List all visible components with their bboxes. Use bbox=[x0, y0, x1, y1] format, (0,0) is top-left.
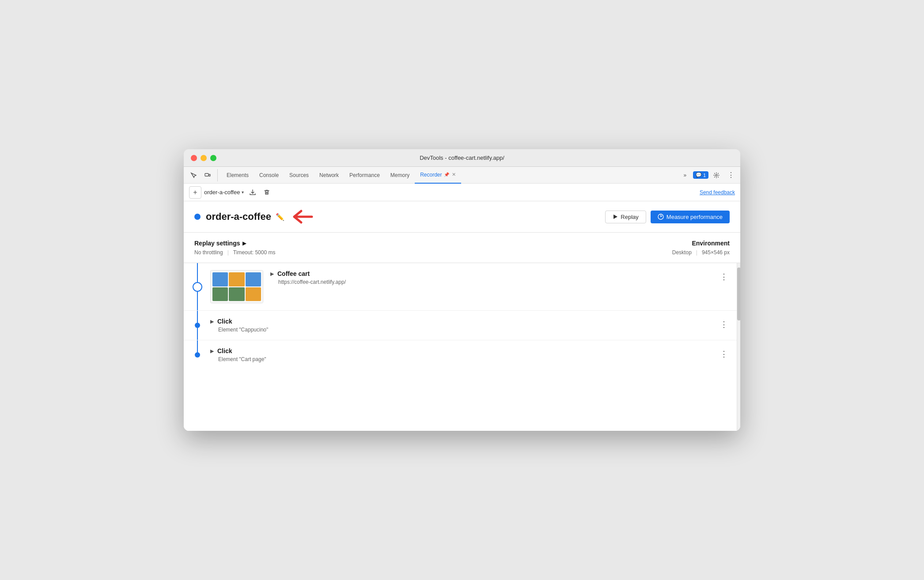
performance-icon bbox=[658, 214, 664, 220]
plus-icon: + bbox=[193, 188, 197, 196]
environment-details: Desktop | 945×546 px bbox=[672, 249, 730, 256]
maximize-button[interactable] bbox=[210, 155, 216, 161]
step-item: ▶ Coffee cart https://coffee-cart.netlif… bbox=[184, 263, 737, 311]
chat-icon: 💬 bbox=[696, 172, 702, 178]
settings-divider: | bbox=[227, 249, 229, 256]
recording-status-dot bbox=[194, 214, 201, 220]
step-item: ▶ Click Element "Cappucino" ⋮ bbox=[184, 311, 737, 340]
settings-icon[interactable] bbox=[710, 169, 723, 181]
measure-performance-button[interactable]: Measure performance bbox=[651, 211, 730, 223]
tab-close-icon[interactable]: ✕ bbox=[452, 172, 456, 177]
recording-selector[interactable]: order-a-coffee ▾ bbox=[204, 189, 244, 196]
svg-point-2 bbox=[716, 174, 717, 176]
device-toolbar-icon[interactable] bbox=[201, 169, 214, 181]
devtools-window: DevTools - coffee-cart.netlify.app/ bbox=[184, 149, 740, 431]
step-subtitle: https://coffee-cart.netlify.app/ bbox=[278, 279, 718, 285]
step-content: ▶ Click Element "Cart page" bbox=[210, 347, 718, 362]
pin-icon: 📌 bbox=[444, 172, 449, 177]
more-tabs-icon[interactable]: » bbox=[679, 169, 691, 181]
chevron-down-icon: ▾ bbox=[242, 190, 244, 195]
tab-memory[interactable]: Memory bbox=[385, 167, 415, 184]
step-menu-button[interactable]: ⋮ bbox=[718, 270, 730, 283]
step-content: ▶ Coffee cart https://coffee-cart.netlif… bbox=[270, 270, 718, 285]
step-title: Coffee cart bbox=[277, 270, 310, 277]
tab-performance[interactable]: Performance bbox=[344, 167, 385, 184]
step-menu-button[interactable]: ⋮ bbox=[718, 318, 730, 331]
replay-settings-title: Replay settings ▶ bbox=[194, 240, 275, 247]
environment-title: Environment bbox=[672, 240, 730, 247]
scrollbar-thumb[interactable] bbox=[737, 267, 740, 320]
recording-title: order-a-coffee bbox=[206, 211, 271, 222]
toolbar: + order-a-coffee ▾ Send feedback bbox=[184, 184, 740, 201]
send-feedback-link[interactable]: Send feedback bbox=[700, 189, 735, 196]
minimize-button[interactable] bbox=[201, 155, 207, 161]
svg-marker-3 bbox=[613, 215, 617, 219]
play-icon bbox=[613, 214, 618, 219]
step-header: ▶ Click bbox=[210, 318, 718, 325]
tab-console[interactable]: Console bbox=[254, 167, 284, 184]
expand-icon[interactable]: ▶ bbox=[270, 271, 274, 277]
step-item: ▶ Click Element "Cart page" ⋮ bbox=[184, 340, 737, 369]
svg-rect-1 bbox=[209, 174, 210, 176]
step-thumbnail bbox=[210, 270, 263, 303]
step-subtitle: Element "Cart page" bbox=[218, 356, 718, 362]
notification-badge[interactable]: 💬 1 bbox=[693, 171, 708, 179]
close-button[interactable] bbox=[191, 155, 197, 161]
step-content: ▶ Click Element "Cappucino" bbox=[210, 318, 718, 333]
red-arrow-annotation bbox=[291, 208, 314, 225]
title-bar: DevTools - coffee-cart.netlify.app/ bbox=[184, 149, 740, 167]
delete-recording-button[interactable] bbox=[261, 186, 273, 199]
header-actions: Replay Measure performance bbox=[605, 211, 730, 223]
devtools-content: Elements Console Sources Network Perform… bbox=[184, 167, 740, 431]
settings-bar: Replay settings ▶ No throttling | Timeou… bbox=[184, 233, 740, 263]
step-menu-button[interactable]: ⋮ bbox=[718, 347, 730, 361]
tab-elements[interactable]: Elements bbox=[221, 167, 254, 184]
window-title: DevTools - coffee-cart.netlify.app/ bbox=[420, 154, 504, 161]
step-title: Click bbox=[217, 318, 232, 325]
recording-name: order-a-coffee bbox=[204, 189, 240, 196]
scrollbar-track bbox=[737, 263, 740, 431]
env-divider: | bbox=[696, 249, 697, 256]
step-header: ▶ Coffee cart bbox=[270, 270, 718, 277]
tab-sources[interactable]: Sources bbox=[284, 167, 314, 184]
steps-container: ▶ Coffee cart https://coffee-cart.netlif… bbox=[184, 263, 740, 431]
recording-header: order-a-coffee ✏️ Replay M bbox=[184, 201, 740, 233]
replay-button[interactable]: Replay bbox=[605, 211, 646, 223]
step-header: ▶ Click bbox=[210, 347, 718, 354]
export-recording-button[interactable] bbox=[246, 186, 259, 199]
more-options-icon[interactable]: ⋮ bbox=[724, 169, 737, 181]
tab-bar-right: » 💬 1 ⋮ bbox=[679, 169, 737, 181]
tab-bar-icons bbox=[187, 169, 218, 181]
tab-bar: Elements Console Sources Network Perform… bbox=[184, 167, 740, 184]
tab-network[interactable]: Network bbox=[314, 167, 344, 184]
expand-icon[interactable]: ▶ bbox=[210, 348, 214, 354]
expand-icon[interactable]: ▶ bbox=[210, 319, 214, 324]
new-recording-button[interactable]: + bbox=[189, 186, 201, 199]
chevron-right-icon: ▶ bbox=[242, 241, 246, 246]
traffic-lights bbox=[191, 155, 216, 161]
steps-list: ▶ Coffee cart https://coffee-cart.netlif… bbox=[184, 263, 737, 431]
cursor-icon[interactable] bbox=[187, 169, 200, 181]
step-title: Click bbox=[217, 347, 232, 354]
settings-left: Replay settings ▶ No throttling | Timeou… bbox=[194, 240, 275, 256]
step-subtitle: Element "Cappucino" bbox=[218, 327, 718, 333]
svg-rect-0 bbox=[205, 173, 208, 176]
tab-recorder[interactable]: Recorder 📌 ✕ bbox=[415, 167, 461, 184]
edit-icon[interactable]: ✏️ bbox=[276, 213, 284, 221]
settings-right: Environment Desktop | 945×546 px bbox=[672, 240, 730, 256]
settings-details: No throttling | Timeout: 5000 ms bbox=[194, 249, 275, 256]
